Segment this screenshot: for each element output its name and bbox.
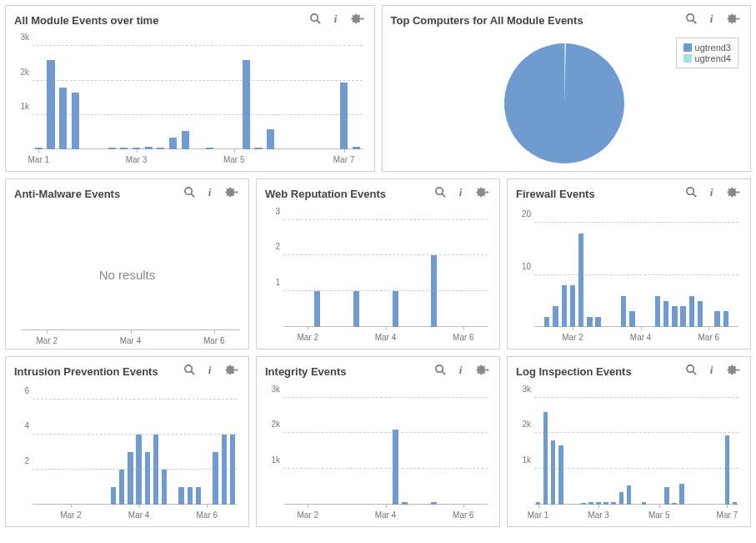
gear-icon[interactable] <box>476 186 491 201</box>
svg-point-63 <box>687 365 693 372</box>
panel-title: All Module Events over time <box>14 14 309 27</box>
bar-chart-all-module: 1k2k3kMar 1Mar 3Mar 5Mar 7 <box>9 34 368 168</box>
bar <box>128 452 133 505</box>
info-icon[interactable]: i <box>455 186 468 201</box>
panel-header: Intrusion Prevention Events i <box>6 357 248 382</box>
search-icon[interactable] <box>685 186 698 201</box>
bar <box>206 148 213 149</box>
svg-point-45 <box>185 365 192 372</box>
search-icon[interactable] <box>434 364 447 379</box>
bar <box>353 147 360 149</box>
bar <box>222 435 227 505</box>
panel-header: Integrity Events i <box>257 357 499 382</box>
bar-chart-integrity: 1k2k3kMar 2Mar 4Mar 6 <box>260 385 493 523</box>
panel-title: Integrity Events <box>265 365 434 378</box>
gear-icon[interactable] <box>727 13 742 28</box>
info-icon[interactable]: i <box>706 13 718 28</box>
panel-title: Top Computers for All Module Events <box>391 14 686 27</box>
info-icon[interactable]: i <box>330 13 343 28</box>
bar <box>402 502 408 505</box>
panel-web-reputation: Web Reputation Events i 123Mar 2Mar 4Mar… <box>256 178 500 349</box>
info-icon[interactable]: i <box>455 364 468 379</box>
svg-point-0 <box>310 14 317 21</box>
search-icon[interactable] <box>685 13 698 28</box>
gear-icon[interactable] <box>476 364 491 379</box>
x-tick-label: Mar 3 <box>126 155 148 164</box>
info-icon[interactable]: i <box>204 186 217 201</box>
legend-label: ugtrend4 <box>695 53 731 63</box>
search-icon[interactable] <box>434 186 447 201</box>
svg-point-18 <box>185 188 192 194</box>
svg-point-36 <box>687 188 693 194</box>
gear-icon[interactable] <box>225 364 240 379</box>
bar <box>558 445 563 505</box>
y-tick-label: 2k <box>513 420 531 429</box>
bar <box>267 129 274 149</box>
x-tick-label: Mar 6 <box>453 333 474 342</box>
x-tick-label: Mar 4 <box>128 510 150 520</box>
bar <box>196 487 201 505</box>
panel-intrusion-prevention: Intrusion Prevention Events i 246Mar 2Ma… <box>5 356 249 527</box>
chart-body: No results Mar 2Mar 4Mar 6 <box>6 204 248 349</box>
panel-header: Firewall Events i <box>508 179 750 204</box>
search-icon[interactable] <box>183 364 196 379</box>
bar <box>119 470 124 505</box>
svg-point-9 <box>687 14 693 21</box>
x-tick-label: Mar 4 <box>630 333 652 342</box>
y-tick-label: 2 <box>262 242 280 251</box>
bar <box>59 88 67 149</box>
bar <box>619 492 624 505</box>
bar <box>663 301 668 327</box>
bar <box>230 435 235 505</box>
y-tick-label: 3k <box>11 33 29 42</box>
svg-text:i: i <box>710 364 713 376</box>
pie-chart-top-computers: ugtrend3 ugtrend4 <box>386 34 744 172</box>
bar <box>664 487 669 505</box>
panel-log-inspection: Log Inspection Events i 1k2k3kMar 1Mar 3… <box>507 356 751 527</box>
bar <box>543 412 548 505</box>
x-tick-label: Mar 6 <box>453 510 474 520</box>
chart-body: 1k2k3kMar 1Mar 3Mar 5Mar 7 <box>6 31 374 171</box>
bar <box>162 470 167 505</box>
legend-label: ugtrend3 <box>695 43 731 53</box>
y-tick-label: 2k <box>11 67 29 76</box>
legend-item: ugtrend4 <box>683 53 731 63</box>
bar-chart-log-inspection: 1k2k3kMar 1Mar 3Mar 5Mar 7 <box>511 385 743 523</box>
svg-line-55 <box>442 371 445 375</box>
bar <box>169 138 177 149</box>
gear-icon[interactable] <box>225 186 240 201</box>
bar <box>243 60 250 149</box>
search-icon[interactable] <box>685 364 698 379</box>
info-icon[interactable]: i <box>204 364 217 379</box>
search-icon[interactable] <box>183 186 196 201</box>
bar <box>314 291 320 327</box>
bar <box>108 148 116 149</box>
bar <box>393 430 398 505</box>
bar <box>562 285 567 327</box>
svg-line-37 <box>693 194 696 197</box>
y-tick-label: 6 <box>11 385 29 395</box>
x-tick-label: Mar 6 <box>196 510 218 520</box>
svg-line-10 <box>693 20 696 23</box>
bar <box>714 311 719 327</box>
panel-header: Anti-Malware Events i <box>6 179 248 204</box>
gear-icon[interactable] <box>727 186 742 201</box>
bar <box>570 285 575 327</box>
info-icon[interactable]: i <box>706 364 718 379</box>
chart-body: ugtrend3 ugtrend4 <box>383 31 751 175</box>
pie-legend: ugtrend3 ugtrend4 <box>676 38 738 68</box>
gear-icon[interactable] <box>351 13 366 28</box>
info-icon[interactable]: i <box>706 186 718 201</box>
svg-text:i: i <box>459 364 463 376</box>
svg-line-46 <box>191 371 194 375</box>
bar <box>698 301 703 327</box>
search-icon[interactable] <box>309 13 322 28</box>
x-tick-label: Mar 2 <box>297 333 318 342</box>
bar <box>254 148 262 149</box>
bar <box>723 311 728 327</box>
x-tick-label: Mar 1 <box>28 155 50 164</box>
panel-actions: i <box>685 13 742 28</box>
x-tick-label: Mar 3 <box>588 510 609 520</box>
gear-icon[interactable] <box>727 364 742 379</box>
bar <box>672 503 677 505</box>
